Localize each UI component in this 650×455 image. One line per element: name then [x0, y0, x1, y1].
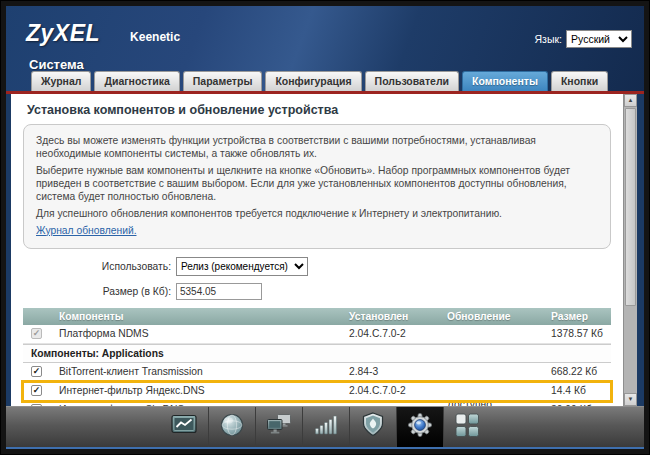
use-label: Использовать: [23, 261, 171, 272]
nav-security[interactable] [349, 407, 396, 447]
ndms-checkbox [31, 328, 42, 339]
language-select[interactable]: Русский [566, 30, 632, 48]
nav-home-network[interactable] [255, 407, 302, 447]
page-title: Система [6, 47, 644, 72]
release-channel-select[interactable]: Релиз (рекомендуется) [176, 257, 308, 276]
product-name: Keenetic [130, 30, 180, 44]
size-label: Размер (в Кб): [23, 286, 171, 297]
intro-info-box: Здесь вы можете изменять функции устройс… [23, 124, 611, 249]
component-section-applications: Компоненты: Applications [23, 344, 611, 363]
yandex-dns-checkbox[interactable] [31, 385, 42, 396]
col-installed: Установлен [349, 311, 447, 322]
monitor-chart-icon [169, 410, 199, 444]
tab-bar: Журнал Диагностика Параметры Конфигураци… [31, 71, 608, 91]
gear-icon [405, 410, 435, 444]
nav-system-settings[interactable] [396, 407, 443, 447]
scroll-up-arrow-icon[interactable]: ▲ [624, 94, 637, 107]
tab-components[interactable]: Компоненты [462, 71, 548, 91]
zyxel-logo: ZyXEL [26, 20, 100, 47]
vertical-scrollbar: ▲ ▼ [623, 94, 637, 406]
globe-icon [217, 410, 247, 444]
components-table: Компоненты Установлен Обновление Размер … [23, 308, 611, 406]
nav-applications[interactable] [443, 407, 490, 447]
component-row-transmission: BitTorrent-клиент Transmission 2.84-3 66… [23, 363, 611, 382]
component-row-yandex-dns: Интернет-фильтр Яндекс.DNS 2.04.C.7.0-2 … [23, 382, 611, 401]
tab-journal[interactable]: Журнал [31, 71, 91, 91]
tab-configuration[interactable]: Конфигурация [265, 71, 361, 91]
scrollbar-thumb[interactable] [625, 108, 636, 306]
col-components: Компоненты [53, 311, 349, 322]
nav-internet[interactable] [208, 407, 255, 447]
scroll-down-arrow-icon[interactable]: ▼ [624, 393, 637, 406]
nav-system-monitor[interactable] [161, 407, 208, 447]
col-size: Размер [551, 311, 611, 322]
transmission-checkbox[interactable] [31, 366, 42, 377]
page-header: ZyXEL Keenetic Язык: Русский Система Жур… [6, 6, 644, 94]
component-row-ndms: Платформа NDMS 2.04.C.7.0-2 1378.57 Кб [23, 325, 611, 344]
language-label: Язык: [535, 33, 562, 45]
components-page: Установка компонентов и обновление устро… [11, 94, 623, 406]
tab-diagnostics[interactable]: Диагностика [94, 71, 179, 91]
intro-paragraph: Выберите нужные вам компоненты и щелкнит… [36, 165, 598, 204]
tab-users[interactable]: Пользователи [365, 71, 459, 91]
tab-buttons[interactable]: Кнопки [551, 71, 608, 91]
tab-parameters[interactable]: Параметры [183, 71, 263, 91]
table-header-row: Компоненты Установлен Обновление Размер [23, 308, 611, 325]
size-field[interactable] [176, 283, 262, 300]
signal-bars-icon [311, 410, 341, 444]
bottom-nav-bar [6, 406, 644, 449]
intro-paragraph: Здесь вы можете изменять функции устройс… [36, 135, 598, 161]
nav-wifi[interactable] [302, 407, 349, 447]
update-form: Использовать: Релиз (рекомендуется) Разм… [23, 256, 611, 302]
intro-paragraph: Для успешного обновления компонентов тре… [36, 208, 598, 221]
network-computers-icon [264, 410, 294, 444]
updates-log-link[interactable]: Журнал обновлений. [36, 225, 137, 236]
content-heading: Установка компонентов и обновление устро… [27, 103, 611, 117]
browser-window: ZyXEL Keenetic Язык: Русский Система Жур… [0, 0, 650, 455]
apps-grid-icon [452, 410, 482, 444]
shield-icon [358, 410, 388, 444]
col-update: Обновление [447, 311, 551, 322]
